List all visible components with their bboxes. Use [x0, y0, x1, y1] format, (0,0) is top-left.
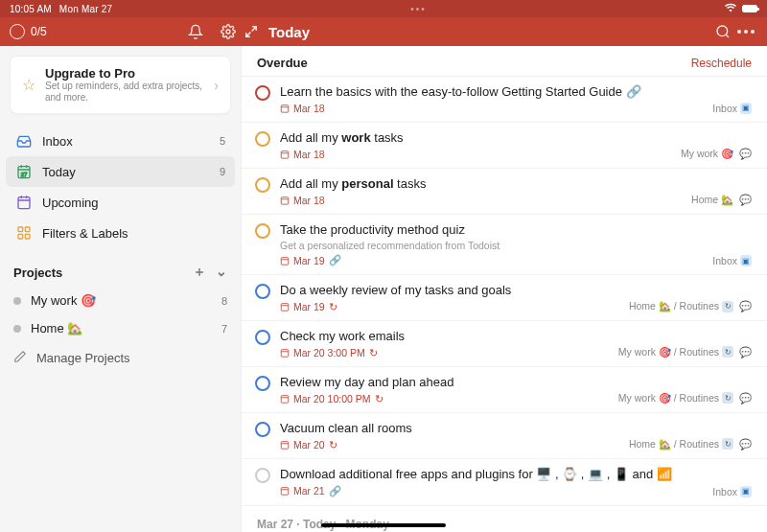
- comment-icon: 💬: [739, 438, 752, 451]
- nav-inbox-label: Inbox: [42, 134, 73, 149]
- project-count: 7: [221, 323, 227, 335]
- today-icon: 27: [15, 163, 33, 180]
- task-title: Vacuum clean all rooms: [280, 421, 619, 437]
- task-location: Home 🏡 / Routines ↻💬: [629, 283, 752, 312]
- svg-rect-13: [281, 304, 289, 312]
- top-bar: 0/5 Today: [0, 17, 767, 46]
- projects-header: Projects ＋ ⌄: [0, 250, 241, 287]
- search-button[interactable]: [711, 20, 734, 43]
- task-location: Inbox ▣: [712, 222, 752, 267]
- nav-inbox[interactable]: Inbox 5: [6, 126, 235, 156]
- svg-rect-15: [281, 396, 289, 404]
- svg-rect-8: [25, 234, 30, 239]
- status-bar: 10:05 AM Mon Mar 27 •••: [0, 0, 767, 17]
- star-icon: ☆: [22, 76, 35, 94]
- task-checkbox[interactable]: [255, 177, 270, 193]
- task-title: Learn the basics with the easy-to-follow…: [280, 84, 703, 101]
- task-row[interactable]: Learn the basics with the easy-to-follow…: [242, 77, 767, 123]
- task-row[interactable]: Download additional free apps and plugin…: [242, 459, 767, 506]
- section-title: Overdue: [257, 56, 308, 70]
- task-checkbox[interactable]: [255, 223, 270, 239]
- task-checkbox[interactable]: [255, 422, 270, 437]
- task-checkbox[interactable]: [255, 131, 270, 147]
- project-item[interactable]: Home 🏡7: [0, 314, 241, 342]
- section-header: Overdue Reschedule: [242, 46, 767, 77]
- svg-point-0: [226, 30, 230, 34]
- upgrade-subtitle: Set up reminders, add extra projects, an…: [45, 81, 204, 104]
- progress-ring-icon: [10, 24, 25, 39]
- task-checkbox[interactable]: [255, 468, 270, 483]
- task-row[interactable]: Review my day and plan ahead Mar 20 10:0…: [242, 367, 767, 413]
- home-indicator[interactable]: [321, 523, 446, 527]
- date-header: Mar 27 · Today · Monday: [242, 506, 767, 532]
- more-button[interactable]: [734, 20, 757, 43]
- task-location: Home 🏡 💬: [691, 176, 752, 206]
- task-row[interactable]: Check my work emails Mar 20 3:00 PM ↻My …: [242, 321, 767, 367]
- task-row[interactable]: Take the productivity method quizGet a p…: [242, 215, 767, 276]
- reschedule-button[interactable]: Reschedule: [691, 57, 752, 70]
- task-date: Mar 18: [280, 195, 682, 206]
- svg-rect-10: [281, 150, 289, 158]
- upcoming-icon: [15, 194, 33, 211]
- svg-text:27: 27: [21, 172, 28, 177]
- projects-header-label: Projects: [13, 266, 62, 280]
- task-date: Mar 18: [280, 103, 703, 114]
- task-title: Check my work emails: [280, 329, 609, 345]
- project-label: Home 🏡: [31, 321, 82, 335]
- task-title: Add all my work tasks: [280, 130, 671, 147]
- upgrade-title: Upgrade to Pro: [45, 66, 204, 81]
- inbox-badge-icon: ▣: [740, 255, 752, 266]
- routine-badge-icon: ↻: [722, 301, 733, 312]
- nav-filters[interactable]: Filters & Labels: [6, 218, 235, 248]
- task-title: Add all my personal tasks: [280, 176, 682, 193]
- nav-upcoming-label: Upcoming: [42, 196, 99, 210]
- progress-text: 0/5: [31, 25, 47, 38]
- battery-icon: [742, 5, 757, 12]
- nav-today[interactable]: 27 Today 9: [6, 156, 235, 187]
- upgrade-card[interactable]: ☆ Upgrade to Pro Set up reminders, add e…: [10, 56, 231, 114]
- project-item[interactable]: My work 🎯8: [0, 287, 241, 314]
- svg-rect-9: [281, 105, 289, 113]
- svg-rect-12: [281, 257, 289, 265]
- task-checkbox[interactable]: [255, 85, 270, 101]
- task-row[interactable]: Add all my work tasks Mar 18My work 🎯 💬: [242, 123, 767, 169]
- task-title: Download additional free apps and plugin…: [280, 467, 703, 483]
- nav-today-count: 9: [220, 166, 225, 177]
- page-title: Today: [268, 24, 310, 40]
- filters-icon: [15, 224, 33, 242]
- task-row[interactable]: Do a weekly review of my tasks and goals…: [242, 275, 767, 321]
- task-row[interactable]: Vacuum clean all rooms Mar 20 ↻Home 🏡 / …: [242, 413, 767, 459]
- collapse-projects-button[interactable]: ⌄: [216, 264, 227, 281]
- expand-button[interactable]: [240, 20, 263, 43]
- task-checkbox[interactable]: [255, 330, 270, 345]
- task-row[interactable]: Add all my personal tasks Mar 18Home 🏡 💬: [242, 169, 767, 215]
- task-location: Home 🏡 / Routines ↻💬: [629, 421, 752, 451]
- svg-rect-11: [281, 197, 289, 204]
- inbox-icon: [15, 132, 33, 150]
- task-location: My work 🎯 / Routines ↻💬: [618, 375, 752, 405]
- task-title: Take the productivity method quiz: [280, 222, 703, 239]
- project-color-dot: [13, 325, 21, 333]
- svg-rect-6: [25, 227, 30, 232]
- add-project-button[interactable]: ＋: [193, 264, 206, 281]
- progress-indicator[interactable]: 0/5: [10, 24, 47, 39]
- routine-badge-icon: ↻: [722, 392, 733, 404]
- task-date: Mar 21 🔗: [280, 485, 703, 497]
- project-color-dot: [13, 297, 21, 305]
- comment-icon: 💬: [739, 346, 752, 359]
- notifications-button[interactable]: [184, 20, 207, 43]
- task-location: My work 🎯 💬: [681, 130, 752, 160]
- multitask-dots: •••: [112, 4, 725, 14]
- task-checkbox[interactable]: [255, 376, 270, 391]
- main-content: Overdue Reschedule Learn the basics with…: [242, 46, 767, 532]
- comment-icon: 💬: [739, 194, 752, 206]
- manage-projects[interactable]: Manage Projects: [0, 342, 241, 374]
- nav-upcoming[interactable]: Upcoming: [6, 187, 235, 218]
- settings-button[interactable]: [217, 20, 240, 43]
- task-checkbox[interactable]: [255, 284, 270, 299]
- wifi-icon: [725, 3, 736, 14]
- routine-badge-icon: ↻: [722, 346, 733, 358]
- nav-filters-label: Filters & Labels: [42, 226, 128, 241]
- task-location: Inbox ▣: [712, 84, 752, 114]
- project-count: 8: [221, 295, 227, 307]
